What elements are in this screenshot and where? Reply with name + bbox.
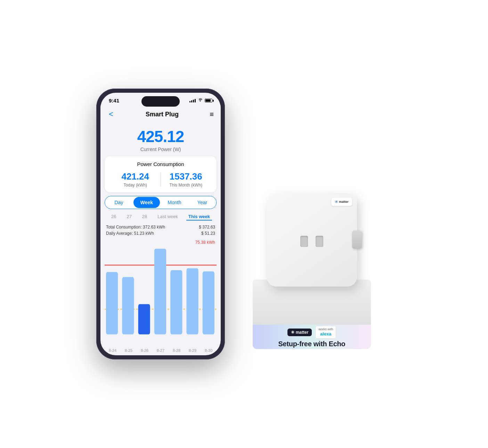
month-consumption: 1537.36 This Month (kWh) bbox=[161, 171, 211, 188]
bar-8-26 bbox=[138, 304, 150, 334]
signal-bar-3 bbox=[193, 100, 194, 102]
ref-line-row: 75.38 kWh bbox=[100, 239, 221, 246]
power-label: Current Power (W) bbox=[107, 147, 214, 152]
stat-row-daily: Daily Average: 51.23 kWh $ 51.23 bbox=[106, 231, 215, 236]
ref-line-label: 75.38 kWh bbox=[195, 240, 215, 245]
plug-side-button bbox=[352, 231, 362, 249]
plug-slots bbox=[300, 236, 323, 247]
tabs-section: Day Week Month Year bbox=[100, 196, 221, 212]
today-label: Today (kWh) bbox=[110, 183, 161, 188]
matter-badge: ✳ matter bbox=[287, 329, 312, 336]
alexa-label: alexa bbox=[320, 331, 332, 337]
tab-year[interactable]: Year bbox=[189, 197, 215, 208]
period-last-week[interactable]: Last week bbox=[155, 213, 180, 221]
label-8-24: 8-24 bbox=[109, 348, 116, 352]
period-28[interactable]: 28 bbox=[140, 213, 149, 221]
label-8-28: 8-28 bbox=[173, 348, 180, 352]
battery-icon bbox=[205, 99, 212, 102]
chart-labels: 8-24 8-25 8-26 8-27 8-28 8-29 8-30 bbox=[100, 347, 221, 355]
month-value: 1537.36 bbox=[161, 171, 211, 182]
battery-fill bbox=[205, 99, 211, 102]
label-8-25: 8-25 bbox=[125, 348, 132, 352]
back-button[interactable]: < bbox=[107, 108, 115, 120]
app-header: < Smart Plug ≡ bbox=[100, 106, 221, 124]
chart-section bbox=[100, 246, 221, 347]
consumption-title: Power Consumption bbox=[110, 161, 211, 167]
packaging-badges: ✳ matter works with alexa bbox=[287, 326, 336, 338]
matter-badge-label: matter bbox=[296, 330, 309, 335]
status-icons bbox=[189, 98, 212, 103]
stat-row-total: Total Consumption: 372.63 kWh $ 372.63 bbox=[106, 225, 215, 230]
label-8-29: 8-29 bbox=[189, 348, 196, 352]
plug-slot-left bbox=[300, 236, 308, 247]
plug-packaging: ✳ matter works with alexa Setup-free wit… bbox=[253, 280, 371, 349]
daily-average-label: Daily Average: 51.23 kWh bbox=[106, 231, 154, 236]
total-consumption-label: Total Consumption: 372.63 kWh bbox=[106, 225, 165, 230]
power-value-section: 425.12 Current Power (W) bbox=[100, 124, 221, 156]
period-row: 26 27 28 Last week This week bbox=[100, 212, 221, 223]
works-with-label: works with bbox=[318, 327, 333, 331]
consumption-card: Power Consumption 421.24 Today (kWh) 153… bbox=[105, 156, 217, 192]
today-consumption: 421.24 Today (kWh) bbox=[110, 171, 161, 188]
bar-8-29 bbox=[186, 268, 198, 334]
month-label: This Month (kWh) bbox=[161, 183, 211, 188]
page-title: Smart Plug bbox=[146, 111, 179, 118]
plug-slot-right bbox=[316, 236, 323, 247]
power-number: 425.12 bbox=[107, 127, 214, 146]
packaging-bottom: ✳ matter works with alexa Setup-free wit… bbox=[253, 325, 371, 349]
signal-bar-2 bbox=[191, 100, 192, 102]
signal-bar-4 bbox=[195, 99, 196, 102]
bar-8-24 bbox=[106, 272, 118, 334]
tabs-row: Day Week Month Year bbox=[105, 196, 217, 209]
bar-8-27 bbox=[154, 249, 166, 334]
total-consumption-value: $ 372.63 bbox=[199, 225, 215, 230]
plug-box: ✳ matter bbox=[246, 148, 378, 349]
matter-label: matter bbox=[339, 200, 349, 204]
tab-week[interactable]: Week bbox=[133, 197, 160, 208]
phone-wrapper: 9:41 bbox=[96, 89, 225, 359]
today-value: 421.24 bbox=[110, 171, 161, 182]
wifi-icon bbox=[197, 98, 203, 103]
alexa-badge: works with alexa bbox=[315, 326, 336, 338]
tab-month[interactable]: Month bbox=[161, 197, 188, 208]
matter-star-icon: ✳ bbox=[335, 200, 338, 204]
label-8-26: 8-26 bbox=[141, 348, 148, 352]
period-this-week[interactable]: This week bbox=[186, 213, 212, 221]
consumption-values: 421.24 Today (kWh) 1537.36 This Month (k… bbox=[110, 171, 211, 188]
plug-face bbox=[300, 232, 323, 247]
setup-free-text: Setup-free with Echo bbox=[278, 340, 345, 348]
scene: 9:41 bbox=[0, 0, 488, 448]
phone-device: 9:41 bbox=[96, 89, 225, 359]
daily-average-value: $ 51.23 bbox=[201, 231, 215, 236]
menu-button[interactable]: ≡ bbox=[210, 110, 214, 118]
plug-device: ✳ matter bbox=[267, 193, 357, 287]
label-8-27: 8-27 bbox=[157, 348, 164, 352]
matter-badge-star: ✳ bbox=[291, 330, 294, 335]
phone-screen: 9:41 bbox=[100, 93, 221, 355]
label-8-30: 8-30 bbox=[205, 348, 212, 352]
bar-8-28 bbox=[170, 270, 182, 334]
status-time: 9:41 bbox=[109, 98, 119, 103]
matter-logo: ✳ matter bbox=[331, 198, 352, 206]
bar-chart bbox=[105, 246, 217, 347]
signal-icon bbox=[189, 99, 196, 102]
bar-8-25 bbox=[122, 277, 134, 334]
bar-8-30 bbox=[203, 272, 214, 334]
dynamic-island bbox=[141, 96, 180, 107]
tab-day[interactable]: Day bbox=[106, 197, 132, 208]
product-section: ✳ matter bbox=[246, 99, 392, 349]
period-26[interactable]: 26 bbox=[109, 213, 118, 221]
stats-section: Total Consumption: 372.63 kWh $ 372.63 D… bbox=[100, 223, 221, 239]
signal-bar-1 bbox=[189, 101, 190, 102]
period-27[interactable]: 27 bbox=[124, 213, 133, 221]
